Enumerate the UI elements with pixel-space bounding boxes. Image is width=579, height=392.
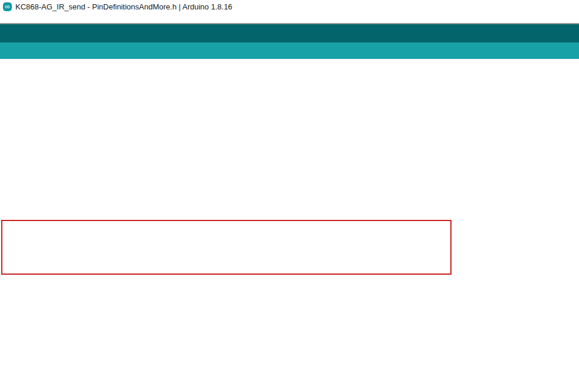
- menu-bar: [0, 13, 579, 24]
- arduino-logo-icon: [3, 2, 12, 11]
- tab-strip: [0, 42, 579, 59]
- code-content: [0, 59, 579, 62]
- toolbar: [0, 24, 579, 42]
- code-editor[interactable]: [0, 59, 579, 391]
- window-titlebar: KC868-AG_IR_send - PinDefinitionsAndMore…: [0, 0, 579, 13]
- window-title: KC868-AG_IR_send - PinDefinitionsAndMore…: [15, 2, 233, 11]
- red-highlight-annotation: [1, 220, 452, 275]
